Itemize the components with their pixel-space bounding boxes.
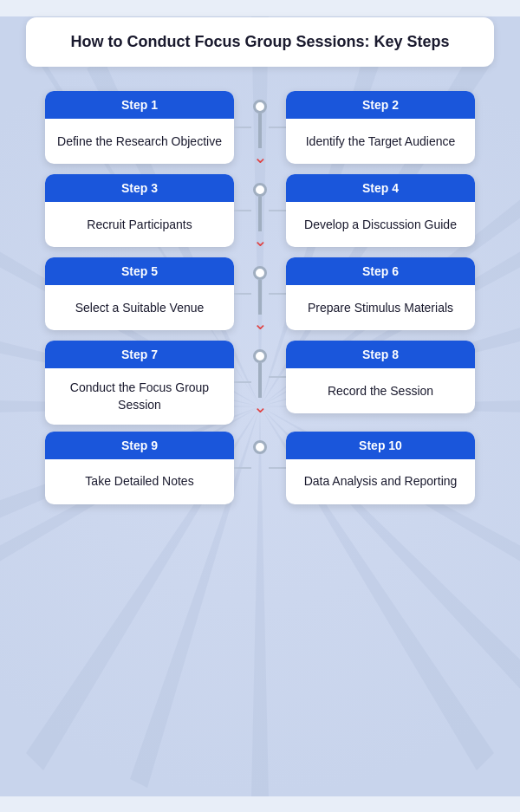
- step-header-8: Step 8: [286, 341, 475, 368]
- spine-segment-3: ⌄: [251, 341, 269, 417]
- step-card-2: Step 2Identify the Target Audience: [286, 91, 475, 164]
- step-body-10: Data Analysis and Reporting: [286, 459, 475, 504]
- step-header-3: Step 3: [45, 174, 234, 202]
- spine-segment-4: [251, 432, 269, 454]
- step-card-7: Step 7Conduct the Focus Group Session: [45, 341, 234, 425]
- step-body-4: Develop a Discussion Guide: [286, 202, 475, 247]
- spine-circle-3: [253, 349, 267, 363]
- step-body-7: Conduct the Focus Group Session: [45, 368, 234, 425]
- spine-arrow-0: ⌄: [253, 148, 268, 166]
- step-header-9: Step 9: [45, 432, 234, 459]
- step-header-2: Step 2: [286, 91, 475, 119]
- spine-segment-2: ⌄: [251, 257, 269, 334]
- step-header-5: Step 5: [45, 257, 234, 285]
- step-body-1: Define the Research Objective: [45, 119, 234, 164]
- spine-segment-0: ⌄: [251, 91, 269, 167]
- step-card-6: Step 6Prepare Stimulus Materials: [286, 257, 475, 330]
- step-row-0: Step 1Define the Research Objective⌄Step…: [26, 91, 494, 167]
- step-card-4: Step 4Develop a Discussion Guide: [286, 174, 475, 247]
- spine-arrow-3: ⌄: [253, 398, 268, 415]
- step-body-2: Identify the Target Audience: [286, 119, 475, 164]
- step-card-3: Step 3Recruit Participants: [45, 174, 234, 247]
- step-row-4: Step 9Take Detailed NotesStep 10Data Ana…: [26, 432, 494, 504]
- step-header-1: Step 1: [45, 91, 234, 119]
- step-card-9: Step 9Take Detailed Notes: [45, 432, 234, 504]
- step-header-6: Step 6: [286, 257, 475, 285]
- spine-circle-4: [253, 440, 267, 454]
- step-card-5: Step 5Select a Suitable Venue: [45, 257, 234, 330]
- step-body-9: Take Detailed Notes: [45, 459, 234, 504]
- spine-segment-1: ⌄: [251, 174, 269, 250]
- main-content: How to Conduct Focus Group Sessions: Key…: [0, 0, 520, 767]
- step-card-1: Step 1Define the Research Objective: [45, 91, 234, 164]
- step-body-3: Recruit Participants: [45, 202, 234, 247]
- spine-circle-2: [253, 266, 267, 280]
- step-body-8: Record the Session: [286, 368, 475, 413]
- step-header-4: Step 4: [286, 174, 475, 202]
- step-row-3: Step 7Conduct the Focus Group Session⌄St…: [26, 341, 494, 425]
- title-card: How to Conduct Focus Group Sessions: Key…: [26, 17, 494, 67]
- spine-circle-1: [253, 183, 267, 197]
- step-row-1: Step 3Recruit Participants⌄Step 4Develop…: [26, 174, 494, 250]
- spine-circle-0: [253, 100, 267, 114]
- step-card-10: Step 10Data Analysis and Reporting: [286, 432, 475, 504]
- step-card-8: Step 8Record the Session: [286, 341, 475, 413]
- step-header-7: Step 7: [45, 341, 234, 368]
- step-row-2: Step 5Select a Suitable Venue⌄Step 6Prep…: [26, 257, 494, 334]
- spine-arrow-1: ⌄: [253, 231, 268, 249]
- page-title: How to Conduct Focus Group Sessions: Key…: [47, 33, 473, 51]
- step-header-10: Step 10: [286, 432, 475, 459]
- spine-arrow-2: ⌄: [253, 315, 268, 332]
- step-body-6: Prepare Stimulus Materials: [286, 285, 475, 330]
- step-body-5: Select a Suitable Venue: [45, 285, 234, 330]
- steps-container: Step 1Define the Research Objective⌄Step…: [26, 91, 494, 741]
